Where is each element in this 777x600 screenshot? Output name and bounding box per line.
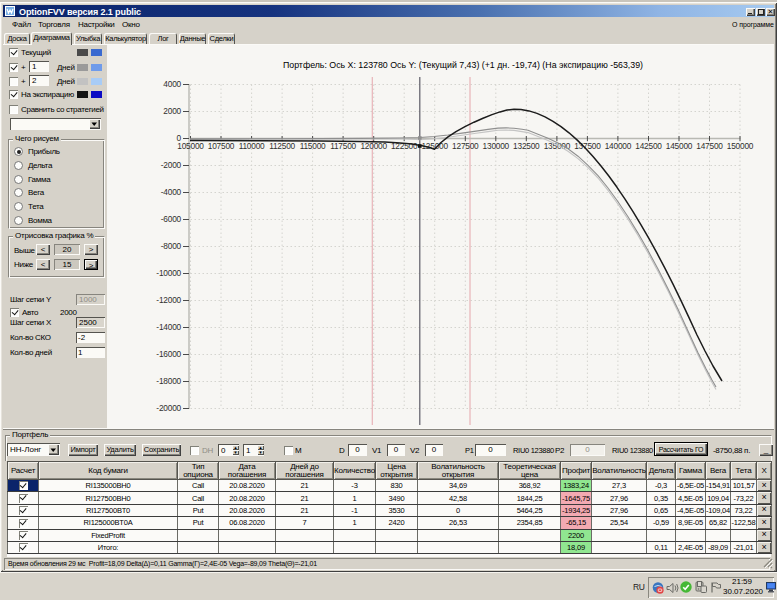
svg-text:132500: 132500 bbox=[513, 141, 540, 151]
svg-text:-6000: -6000 bbox=[161, 214, 182, 224]
svg-text:-18000: -18000 bbox=[156, 376, 181, 386]
svg-text:-12000: -12000 bbox=[156, 295, 181, 305]
svg-text:105000: 105000 bbox=[177, 141, 204, 151]
svg-text:142500: 142500 bbox=[635, 141, 662, 151]
svg-text:147500: 147500 bbox=[696, 141, 723, 151]
svg-text:Портфель: Ось X: 123780 Ось: Портфель: Ось X: 123780 Ось Y: (Текущий … bbox=[283, 60, 643, 70]
svg-text:140000: 140000 bbox=[605, 141, 632, 151]
svg-text:145000: 145000 bbox=[666, 141, 693, 151]
svg-text:110000: 110000 bbox=[239, 141, 265, 151]
svg-text:-16000: -16000 bbox=[156, 349, 181, 359]
svg-text:130000: 130000 bbox=[483, 141, 510, 151]
svg-text:127500: 127500 bbox=[452, 141, 479, 151]
svg-text:107500: 107500 bbox=[208, 141, 235, 151]
svg-text:-10000: -10000 bbox=[156, 268, 181, 278]
svg-text:4000: 4000 bbox=[163, 79, 181, 89]
svg-text:2000: 2000 bbox=[163, 106, 181, 116]
svg-text:-2000: -2000 bbox=[161, 160, 182, 170]
svg-text:-20000: -20000 bbox=[156, 403, 181, 413]
svg-text:-14000: -14000 bbox=[156, 322, 181, 332]
svg-text:150000: 150000 bbox=[727, 141, 754, 151]
svg-text:115000: 115000 bbox=[300, 141, 326, 151]
svg-text:-4000: -4000 bbox=[161, 187, 182, 197]
svg-text:-8000: -8000 bbox=[161, 241, 182, 251]
svg-text:112500: 112500 bbox=[269, 141, 295, 151]
